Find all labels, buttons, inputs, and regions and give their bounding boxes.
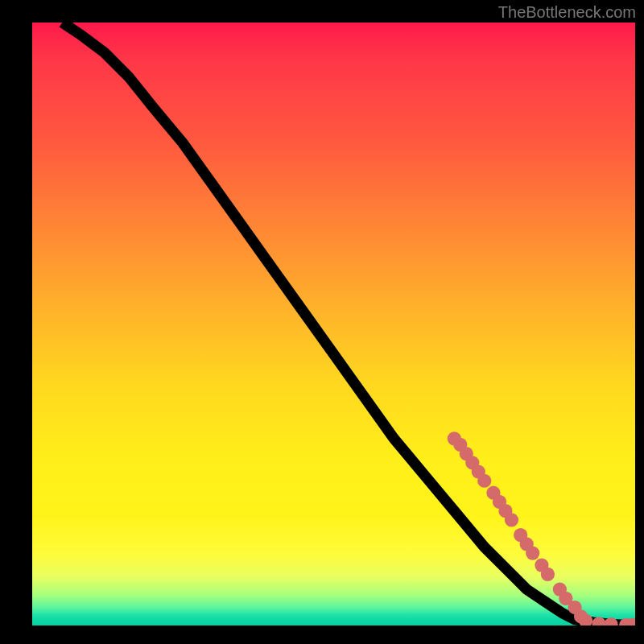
chart-svg xyxy=(32,23,635,625)
data-marker xyxy=(505,513,518,526)
data-marker xyxy=(477,474,491,488)
data-marker xyxy=(541,568,555,581)
data-marker xyxy=(526,547,539,560)
plot-area xyxy=(32,23,635,625)
bottleneck-curve xyxy=(62,23,635,625)
attribution-text: TheBottleneck.com xyxy=(498,3,636,22)
chart-container: TheBottleneck.com xyxy=(0,0,644,644)
